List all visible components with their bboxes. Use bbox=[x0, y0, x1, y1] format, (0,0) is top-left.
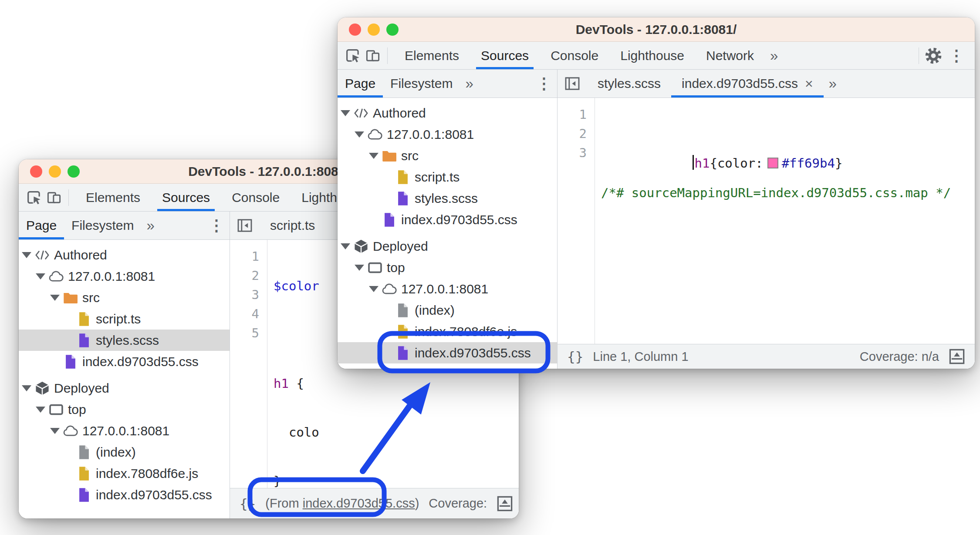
more-navigator-tabs-icon[interactable]: » bbox=[460, 75, 478, 92]
toggle-navigator-icon[interactable] bbox=[564, 76, 580, 91]
window-title: DevTools - 127.0.0.1:8081/ bbox=[576, 22, 737, 37]
tree-item[interactable]: script.ts bbox=[19, 308, 230, 330]
tab-page[interactable]: Page bbox=[19, 212, 64, 239]
tree-item[interactable]: 127.0.0.1:8081 bbox=[338, 124, 557, 145]
tree-item[interactable]: Authored bbox=[19, 244, 230, 266]
file-icon bbox=[77, 445, 91, 460]
tab-sources[interactable]: Sources bbox=[151, 184, 221, 211]
tree-item[interactable]: Authored bbox=[338, 102, 557, 124]
cloud-icon bbox=[49, 269, 64, 284]
tree-item[interactable]: index.d9703d55.css bbox=[338, 209, 557, 230]
chevron-down-icon bbox=[340, 243, 351, 249]
coverage-icon[interactable] bbox=[949, 348, 965, 365]
source-map-link[interactable]: index.d9703d55.css bbox=[303, 496, 415, 510]
editor-tab-styles-scss[interactable]: styles.scss bbox=[587, 70, 671, 98]
window-title: DevTools - 127.0.0.1:8081/ bbox=[188, 164, 349, 179]
panel-toolbar: Elements Sources Console Lighthouse Netw… bbox=[338, 42, 975, 70]
code-line: colo bbox=[274, 423, 519, 442]
coverage-label: Coverage: n/a bbox=[860, 350, 939, 364]
pretty-print-icon[interactable]: {} bbox=[567, 349, 583, 364]
tree-item[interactable]: 127.0.0.1:8081 bbox=[338, 278, 557, 299]
tree-item[interactable]: 127.0.0.1:8081 bbox=[19, 420, 230, 441]
inspect-element-icon[interactable] bbox=[24, 188, 44, 208]
file-navigator[interactable]: Authored 127.0.0.1:8081 src script.ts st… bbox=[338, 98, 558, 369]
text-cursor bbox=[693, 155, 694, 170]
tree-item[interactable]: script.ts bbox=[338, 166, 557, 188]
tab-elements[interactable]: Elements bbox=[394, 42, 470, 69]
device-toolbar-icon[interactable] bbox=[44, 188, 64, 208]
color-swatch[interactable] bbox=[767, 158, 778, 168]
editor-tab-script-ts[interactable]: script.ts bbox=[260, 212, 325, 239]
tree-item[interactable]: top bbox=[19, 399, 230, 420]
settings-gear-icon[interactable] bbox=[923, 46, 943, 66]
more-tabs-icon[interactable]: » bbox=[765, 47, 783, 64]
tree-item[interactable]: index.7808df6e.js bbox=[19, 463, 230, 484]
more-editor-tabs-icon[interactable]: » bbox=[824, 75, 842, 92]
file-navigator[interactable]: Authored 127.0.0.1:8081 src script.ts st… bbox=[19, 240, 230, 518]
chevron-down-icon bbox=[368, 153, 379, 159]
sources-header-row: Page Filesystem » ⋮ styles.scss index.d9… bbox=[338, 70, 975, 98]
code-editor[interactable]: 1 2 3 h1{color:#ff69b4} /*# sourceMappin… bbox=[558, 98, 975, 344]
file-icon bbox=[395, 303, 410, 318]
tab-filesystem[interactable]: Filesystem bbox=[64, 212, 141, 239]
tree-item-selected[interactable]: index.d9703d55.css bbox=[338, 342, 557, 363]
inspect-element-icon[interactable] bbox=[343, 46, 363, 66]
tree-item[interactable]: top bbox=[338, 257, 557, 278]
tree-item[interactable]: src bbox=[338, 145, 557, 166]
zoom-window-button[interactable] bbox=[68, 165, 80, 178]
code-line bbox=[601, 232, 975, 251]
tree-item[interactable]: index.d9703d55.css bbox=[19, 484, 230, 505]
tree-item[interactable]: styles.scss bbox=[338, 188, 557, 209]
chevron-down-icon bbox=[35, 273, 46, 279]
navigator-menu-icon[interactable]: ⋮ bbox=[531, 74, 557, 93]
toggle-navigator-icon[interactable] bbox=[237, 218, 253, 233]
tree-item[interactable]: Deployed bbox=[338, 236, 557, 257]
frame-icon bbox=[368, 260, 382, 275]
tab-network[interactable]: Network bbox=[695, 42, 765, 69]
device-toolbar-icon[interactable] bbox=[363, 46, 383, 66]
editor-tab-index-css[interactable]: index.d9703d55.css × bbox=[671, 70, 824, 98]
line-number-gutter: 1 2 3 bbox=[558, 98, 595, 344]
more-navigator-tabs-icon[interactable]: » bbox=[141, 217, 159, 234]
titlebar[interactable]: DevTools - 127.0.0.1:8081/ bbox=[338, 17, 975, 42]
tree-item[interactable]: (index) bbox=[338, 299, 557, 321]
file-icon bbox=[77, 312, 91, 326]
navigator-tabs: Page Filesystem » ⋮ bbox=[19, 212, 230, 239]
tree-item[interactable]: index.7808df6e.js bbox=[338, 321, 557, 342]
close-icon[interactable]: × bbox=[805, 76, 813, 92]
close-window-button[interactable] bbox=[30, 165, 42, 178]
main-menu-icon[interactable]: ⋮ bbox=[943, 47, 970, 65]
tree-item[interactable]: src bbox=[19, 287, 230, 308]
cloud-icon bbox=[382, 282, 397, 296]
code-area[interactable]: h1{color:#ff69b4} /*# sourceMappingURL=i… bbox=[595, 98, 975, 344]
tab-lighthouse[interactable]: Lighthouse bbox=[609, 42, 695, 69]
coverage-icon[interactable] bbox=[497, 495, 513, 512]
deployed-cube-icon bbox=[35, 381, 50, 396]
tree-item-selected[interactable]: styles.scss bbox=[19, 330, 230, 351]
tab-filesystem[interactable]: Filesystem bbox=[383, 70, 460, 98]
tree-item[interactable]: index.d9703d55.css bbox=[19, 351, 230, 372]
code-line: h1 { bbox=[274, 374, 519, 393]
file-icon bbox=[63, 354, 78, 369]
tab-console[interactable]: Console bbox=[540, 42, 609, 69]
tab-elements[interactable]: Elements bbox=[75, 184, 151, 211]
tab-page[interactable]: Page bbox=[338, 70, 383, 98]
zoom-window-button[interactable] bbox=[386, 24, 399, 36]
editor-statusbar: {} (From index.d9703d55.css) Coverage: bbox=[230, 488, 519, 518]
sources-content: Authored 127.0.0.1:8081 src script.ts st… bbox=[338, 98, 975, 369]
tab-sources[interactable]: Sources bbox=[470, 42, 540, 69]
tree-item[interactable]: 127.0.0.1:8081 bbox=[19, 266, 230, 287]
file-icon bbox=[382, 212, 397, 227]
tree-item[interactable]: Deployed bbox=[19, 377, 230, 399]
file-icon bbox=[395, 170, 410, 185]
minimize-window-button[interactable] bbox=[368, 24, 380, 36]
tab-console[interactable]: Console bbox=[221, 184, 291, 211]
tree-item[interactable]: (index) bbox=[19, 441, 230, 463]
pretty-print-icon[interactable]: {} bbox=[240, 496, 256, 511]
navigator-menu-icon[interactable]: ⋮ bbox=[203, 216, 230, 235]
chevron-down-icon bbox=[35, 407, 46, 413]
minimize-window-button[interactable] bbox=[49, 165, 61, 178]
close-window-button[interactable] bbox=[349, 24, 361, 36]
chevron-down-icon bbox=[21, 252, 32, 258]
chevron-down-icon bbox=[21, 385, 32, 391]
